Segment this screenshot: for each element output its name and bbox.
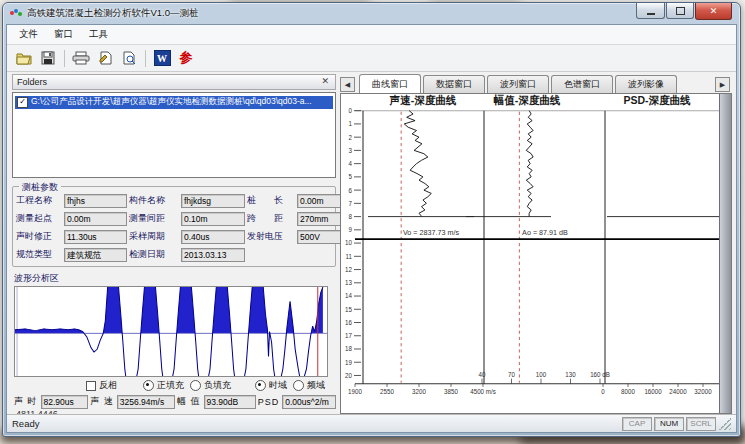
param-value-field[interactable]: 0.40us: [181, 230, 245, 244]
tab-scroll-right-button[interactable]: ▶: [715, 77, 730, 92]
option-radio[interactable]: 正填充: [143, 379, 184, 392]
folder-list-item[interactable]: ✓G:\公司产品设计开发\超声仪器\超声仪实地检测数据测桩\qd\qd03\qd…: [15, 96, 333, 109]
param-value-field[interactable]: 0.10m: [181, 212, 245, 226]
status-indicators: CAPNUMSCRL: [620, 417, 716, 431]
title-bar[interactable]: 高铁建筑混凝土检测分析软件V1.0—测桩 ✕: [3, 3, 740, 24]
svg-text:1: 1: [349, 120, 353, 127]
radio-icon[interactable]: [255, 380, 266, 391]
tab-bar: ◀ 曲线窗口数据窗口波列窗口色谱窗口波列影像▶: [340, 74, 732, 93]
param-label: 桩 长: [247, 194, 295, 207]
tab-data-window[interactable]: 数据窗口: [423, 75, 485, 93]
svg-text:1900: 1900: [348, 388, 362, 395]
svg-text:6: 6: [349, 186, 353, 193]
param-value-field[interactable]: fhjkdsg: [181, 194, 245, 208]
option-radio[interactable]: 负填充: [190, 379, 231, 392]
svg-text:13: 13: [345, 279, 352, 286]
option-radio[interactable]: 频域: [293, 379, 325, 392]
folders-caption-bar[interactable]: Folders ✕: [12, 74, 336, 90]
toolbar-separator: [145, 50, 146, 67]
control-label: 反相: [99, 379, 117, 392]
param-label: 测量起点: [16, 212, 62, 225]
svg-text:100: 100: [536, 370, 547, 377]
tab-spectrum-window[interactable]: 色谱窗口: [551, 75, 613, 93]
readout-value-field[interactable]: 93.90dB: [204, 395, 256, 409]
tab-wave-image[interactable]: 波列影像: [615, 75, 677, 93]
depth-charts-canvas[interactable]: 01234567891011121314151617181920声速-深度曲线1…: [341, 94, 727, 413]
resize-grip[interactable]: [719, 418, 731, 430]
readout-value-field[interactable]: 3256.94m/s: [117, 395, 175, 409]
print-button[interactable]: [70, 48, 92, 68]
word-icon: W: [154, 50, 171, 66]
param-value-field[interactable]: 0.00m: [64, 212, 127, 226]
save-button[interactable]: [37, 48, 59, 68]
close-folders-button[interactable]: ✕: [319, 77, 331, 86]
radio-icon[interactable]: [143, 380, 154, 391]
readout-label: 声 速: [90, 395, 114, 408]
app-icon: [10, 8, 23, 19]
tab-scroll-left-button[interactable]: ◀: [340, 77, 355, 92]
menu-item[interactable]: 窗口: [46, 26, 81, 43]
checkbox-icon[interactable]: ✓: [17, 97, 28, 108]
maximize-button[interactable]: [666, 3, 694, 19]
param-value-field[interactable]: 建筑规范: [64, 248, 127, 262]
print-preview-button[interactable]: [118, 48, 140, 68]
close-button[interactable]: ✕: [695, 3, 732, 20]
param-label: 跨 距: [247, 212, 295, 225]
svg-text:PSD-深度曲线: PSD-深度曲线: [623, 94, 690, 106]
waveform-controls: 反相正填充负填充时域频域: [12, 379, 336, 393]
svg-text:4500 m/s: 4500 m/s: [470, 388, 495, 395]
param-value-field[interactable]: 2013.03.13: [181, 248, 245, 262]
preview-magnifier-icon: [122, 51, 137, 65]
radio-icon[interactable]: [293, 380, 304, 391]
readout-value-field[interactable]: 82.90us: [41, 395, 89, 409]
svg-text:3850: 3850: [444, 388, 458, 395]
status-text: Ready: [12, 418, 620, 429]
param-value-field[interactable]: fhjhs: [64, 194, 127, 208]
printer-icon: [72, 51, 90, 65]
left-panel: Folders ✕ ✓G:\公司产品设计开发\超声仪器\超声仪实地检测数据测桩\…: [12, 74, 336, 414]
param-label: 测量间距: [129, 212, 179, 225]
param-label: 工程名称: [16, 194, 62, 207]
param-label: 规范类型: [16, 248, 62, 261]
status-indicator-cap: CAP: [622, 417, 652, 431]
menu-item[interactable]: 工具: [81, 26, 116, 43]
status-indicator-scrl: SCRL: [686, 417, 716, 431]
param-label: 声时修正: [16, 230, 62, 243]
svg-text:12: 12: [345, 266, 352, 273]
toolbar-separator: [64, 50, 65, 67]
pile-params-title: 测桩参数: [19, 181, 61, 194]
folders-list[interactable]: ✓G:\公司产品设计开发\超声仪器\超声仪实地检测数据测桩\qd\qd03\qd…: [12, 92, 336, 178]
word-export-button[interactable]: W: [151, 48, 173, 68]
export-report-button[interactable]: [94, 48, 116, 68]
param-label: 构件名称: [129, 194, 179, 207]
svg-text:0: 0: [601, 388, 605, 395]
tab-curve-window[interactable]: 曲线窗口: [359, 74, 421, 93]
svg-text:0: 0: [349, 107, 353, 114]
minimize-button[interactable]: [636, 3, 665, 19]
readout-label: 声 时: [14, 395, 38, 408]
waveform-canvas[interactable]: [14, 286, 328, 377]
svg-text:8000: 8000: [621, 388, 635, 395]
svg-text:7: 7: [349, 200, 353, 207]
tab-wavetrain-window[interactable]: 波列窗口: [487, 75, 549, 93]
parameters-button[interactable]: 参: [175, 48, 197, 68]
svg-text:40: 40: [479, 370, 486, 377]
menu-bar: 文件窗口工具: [7, 25, 736, 45]
folder-path-label: G:\公司产品设计开发\超声仪器\超声仪实地检测数据测桩\qd\qd03\qd0…: [31, 96, 312, 108]
radio-icon[interactable]: [190, 380, 201, 391]
menu-item[interactable]: 文件: [11, 26, 46, 43]
svg-text:16000: 16000: [644, 388, 662, 395]
depth-chart-pane: 01234567891011121314151617181920声速-深度曲线1…: [340, 93, 732, 414]
window-title: 高铁建筑混凝土检测分析软件V1.0—测桩: [27, 7, 199, 20]
vertical-scrollbar[interactable]: [719, 94, 731, 413]
maximize-icon: [676, 7, 685, 15]
svg-text:2: 2: [349, 133, 353, 140]
invert-checkbox[interactable]: 反相: [86, 379, 117, 392]
checkbox-icon[interactable]: [86, 381, 96, 391]
readout-value-field[interactable]: 0.00us^2/m: [282, 395, 336, 409]
control-label: 频域: [307, 379, 325, 392]
option-radio[interactable]: 时域: [255, 379, 287, 392]
open-file-button[interactable]: [13, 48, 35, 68]
folders-title: Folders: [17, 77, 319, 87]
param-value-field[interactable]: 11.30us: [64, 230, 127, 244]
